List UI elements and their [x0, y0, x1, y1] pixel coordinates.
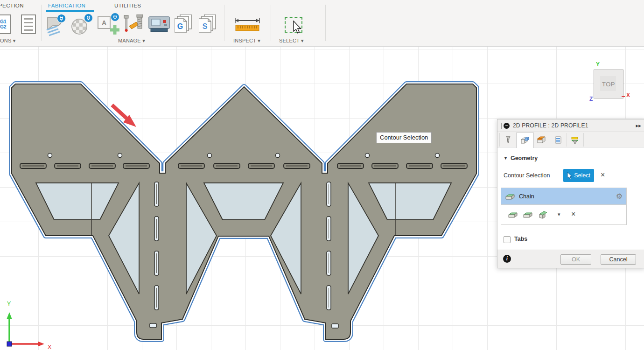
tabs-checkbox[interactable] — [504, 236, 511, 243]
toolbar-separator — [41, 5, 42, 41]
turning-addin-icon[interactable] — [45, 15, 68, 39]
clear-selection-icon[interactable]: × — [601, 171, 605, 179]
gear-icon[interactable]: ⚙ — [616, 192, 623, 201]
tab-tool[interactable] — [499, 133, 517, 147]
operations-list-icon[interactable] — [21, 14, 36, 34]
contour-selection-tooltip: Contour Selection — [376, 132, 432, 143]
ok-button[interactable]: OK — [560, 254, 591, 265]
chain-mode-3-icon[interactable] — [538, 210, 548, 219]
machine-icon[interactable] — [147, 15, 171, 36]
tab-geometry[interactable] — [516, 133, 534, 148]
chain-selection-panel: Chain ⚙ ▾ × — [501, 188, 627, 225]
tabs-checkbox-label: Tabs — [514, 236, 527, 242]
machined-part[interactable] — [12, 84, 476, 339]
triad-x-label: X — [48, 343, 52, 350]
toolbar-separator — [224, 5, 224, 41]
info-icon[interactable]: i — [503, 255, 511, 263]
viewcube-x-axis-tick — [622, 96, 625, 97]
dialog-tab-bar — [497, 132, 644, 147]
geometry-section-header[interactable]: ▼Geometry — [504, 155, 538, 161]
gcode-letter: G — [177, 22, 183, 30]
setup-sheet-icon[interactable]: S — [199, 14, 221, 38]
geometry-section-label: Geometry — [511, 155, 538, 161]
toolbar-separator — [271, 5, 271, 41]
dialog-title-bar[interactable]: − 2D PROFILE : 2D PROFILE1 ▶▶ — [497, 119, 644, 132]
chain-item-label: Chain — [519, 193, 534, 200]
mouse-cursor-icon — [292, 21, 302, 35]
annotation-add-addin-icon[interactable]: A — [97, 14, 122, 39]
tab-utilities[interactable]: UTILITIES — [114, 3, 141, 8]
collapse-triangle-icon[interactable]: ▼ — [504, 156, 508, 161]
post-process-icon[interactable]: G — [175, 14, 197, 38]
select-button[interactable]: Select — [563, 169, 594, 182]
tab-passes[interactable] — [550, 133, 567, 147]
active-tab-underline — [46, 10, 94, 12]
origin-triad: Y X — [7, 300, 52, 350]
chain-mode-2-icon[interactable] — [523, 210, 533, 219]
chain-mode-1-icon[interactable] — [508, 210, 518, 219]
cancel-button[interactable]: Cancel — [601, 254, 636, 265]
select-button-label: Select — [574, 172, 590, 179]
group-manage-dropdown[interactable]: MANAGE ▾ — [118, 38, 145, 44]
expand-arrows-icon[interactable]: ▶▶ — [636, 124, 641, 128]
group-inspect-dropdown[interactable]: INSPECT ▾ — [233, 38, 260, 44]
g2-label: G2 — [0, 24, 6, 29]
remove-chain-icon[interactable]: × — [571, 210, 575, 218]
a-letter: A — [102, 19, 106, 27]
plugin-badge-icon — [57, 14, 66, 23]
tool-library-icon[interactable] — [122, 14, 144, 38]
foot-holes[interactable] — [150, 323, 338, 328]
tab-linking[interactable] — [567, 133, 584, 147]
measure-icon[interactable] — [234, 17, 261, 35]
chain-icon — [505, 192, 515, 201]
tab-heights[interactable] — [533, 133, 550, 147]
checker-sphere-addin-icon[interactable] — [71, 15, 91, 38]
ribbon-toolbar: PECTION FABRICATION UTILITIES G1 G2 — [0, 0, 644, 47]
chain-mode-toolbar: ▾ × — [501, 205, 626, 224]
viewcube-z-axis-label: Z — [589, 96, 593, 102]
viewcube-x-axis-label: X — [626, 92, 630, 98]
plugin-badge-icon — [84, 14, 93, 22]
triad-y-label: Y — [7, 300, 11, 307]
contour-selection-label: Contour Selection — [504, 172, 550, 179]
g1-label: G1 — [0, 19, 6, 24]
2d-profile-dialog: − 2D PROFILE : 2D PROFILE1 ▶▶ — [497, 119, 644, 268]
group-actions-dropdown[interactable]: ONS ▾ — [0, 38, 15, 44]
group-select-dropdown[interactable]: SELECT ▾ — [279, 38, 304, 44]
viewcube[interactable]: TOP — [594, 70, 623, 98]
detach-minus-icon[interactable]: − — [504, 123, 510, 129]
chain-mode-dropdown-icon[interactable]: ▾ — [558, 211, 560, 217]
cursor-icon — [567, 172, 572, 179]
toolbar-separator — [325, 5, 326, 41]
drag-grip-icon[interactable] — [500, 123, 502, 129]
viewcube-top-label[interactable]: TOP — [602, 81, 615, 88]
gcode-g1g2-icon[interactable]: G1 G2 — [0, 14, 11, 34]
dialog-title: 2D PROFILE : 2D PROFILE1 — [513, 122, 636, 129]
sheet-letter: S — [203, 22, 208, 30]
tab-inspection[interactable]: PECTION — [0, 3, 24, 8]
viewcube-y-axis-label: Y — [596, 61, 600, 68]
tab-fabrication[interactable]: FABRICATION — [48, 3, 85, 8]
dialog-footer: i OK Cancel — [497, 250, 644, 268]
chain-list-item[interactable]: Chain ⚙ — [501, 188, 626, 205]
plugin-badge-icon — [111, 13, 119, 21]
